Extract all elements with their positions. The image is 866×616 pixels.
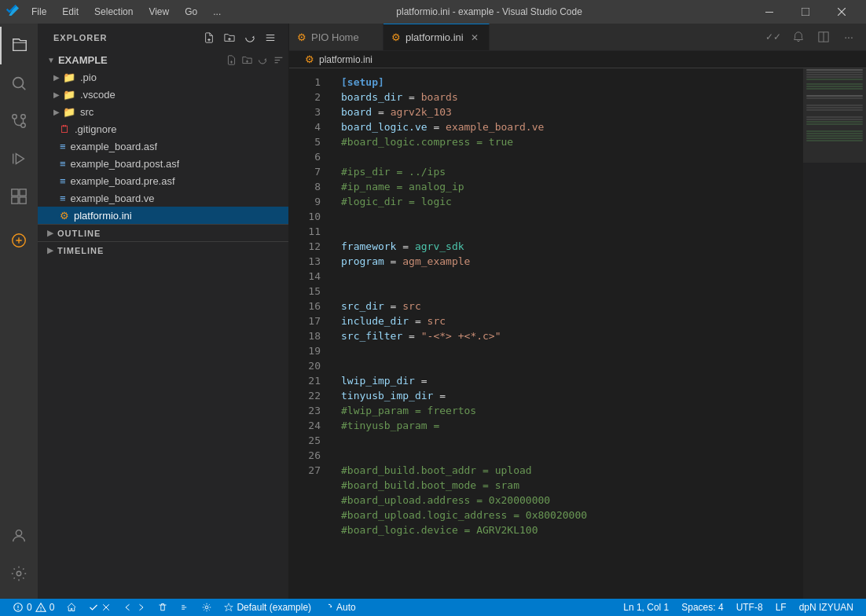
tree-item-asf2[interactable]: ≡ example_board.post.asf	[38, 155, 288, 172]
nav-arrows-status[interactable]	[117, 599, 152, 616]
outline-header[interactable]: ▶ OUTLINE	[38, 224, 288, 241]
activity-search[interactable]	[0, 64, 38, 102]
activity-run[interactable]	[0, 140, 38, 178]
tab-pio-home[interactable]: ⚙ PIO Home	[289, 24, 383, 50]
activity-settings[interactable]	[0, 555, 38, 592]
tree-item-gitignore[interactable]: 🗒 .gitignore	[38, 120, 288, 138]
code-content[interactable]: [setup] boards_dir = boards board = agrv…	[328, 68, 803, 599]
code-line-30: #board_upload.logic_address = 0x80020000	[341, 508, 803, 522]
auto-status[interactable]: Auto	[317, 599, 362, 616]
code-line-1: [setup]	[341, 75, 803, 90]
activity-explorer[interactable]	[0, 27, 38, 64]
statusbar: 0 0 Default (example) Auto Ln 1, Col 1 S…	[0, 599, 866, 616]
close-button[interactable]	[824, 0, 860, 24]
maximize-button[interactable]	[787, 0, 824, 24]
env-label: Default (example)	[237, 602, 311, 613]
minimap	[803, 68, 866, 599]
cursor-position-status[interactable]: Ln 1, Col 1	[617, 599, 675, 616]
minimap-content	[803, 69, 866, 599]
file-label: platformio.ini	[74, 210, 132, 222]
code-line-18: src_filter = "-<*> +<*.c>"	[341, 328, 803, 343]
tab-platformio-ini[interactable]: ⚙ platformio.ini ✕	[383, 24, 490, 50]
file-label: example_board.asf	[71, 141, 158, 152]
tree-item-asf3[interactable]: ≡ example_board.pre.asf	[38, 172, 288, 189]
new-file-button[interactable]	[200, 29, 218, 46]
activity-source-control[interactable]	[0, 102, 38, 140]
file-icon: ≡	[60, 158, 66, 170]
indentation-status[interactable]: Spaces: 4	[675, 599, 729, 616]
sort-project-btn[interactable]	[271, 53, 285, 67]
tab-close-button[interactable]: ✕	[468, 31, 481, 44]
tree-item-vscode[interactable]: ▶ 📁 .vscode	[38, 86, 288, 103]
menu-edit[interactable]: Edit	[56, 5, 85, 19]
line-ending-status[interactable]: LF	[769, 599, 793, 616]
svg-point-7	[21, 123, 26, 128]
layout-button[interactable]	[813, 26, 835, 48]
svg-marker-30	[264, 58, 266, 60]
config-status[interactable]	[196, 599, 218, 616]
titlebar-menu: File Edit Selection View Go ...	[25, 5, 227, 19]
tree-item-src[interactable]: ▶ 📁 src	[38, 103, 288, 120]
encoding-label: UTF-8	[736, 602, 763, 613]
pio-tab-icon2: ⚙	[391, 31, 401, 43]
code-editor[interactable]: 12345 678910 1112131415 1617181920 21222…	[289, 68, 866, 599]
svg-point-6	[13, 115, 17, 119]
code-line-22: tinyusb_imp_dir =	[341, 388, 803, 403]
sidebar-header: EXPLORER	[38, 24, 288, 51]
trash-status[interactable]	[152, 599, 174, 616]
activity-bar	[0, 24, 38, 599]
svg-point-38	[17, 609, 18, 610]
svg-rect-0	[765, 12, 773, 13]
collapse-all-button[interactable]	[262, 29, 279, 46]
code-line-29: #board_upload.address = 0x20000000	[341, 493, 803, 508]
tree-item-platformio[interactable]: ⚙ platformio.ini	[38, 207, 288, 224]
activity-extensions[interactable]	[0, 178, 38, 215]
home-status[interactable]	[61, 599, 83, 616]
menu-view[interactable]: View	[142, 5, 175, 19]
warnings-count: 0	[50, 602, 55, 613]
breadcrumb-path: platformio.ini	[319, 54, 372, 65]
svg-point-40	[40, 610, 41, 610]
svg-point-17	[17, 571, 21, 576]
code-line-23: #lwip_param = freertos	[341, 403, 803, 418]
svg-rect-14	[20, 197, 26, 204]
language-mode-status[interactable]: dpN IZYUAN	[793, 599, 860, 616]
minimize-button[interactable]	[751, 0, 787, 24]
notification-bell[interactable]	[787, 26, 809, 48]
timeline-header[interactable]: ▶ TIMELINE	[38, 241, 288, 258]
pio-tab-icon: ⚙	[297, 31, 306, 43]
menu-more[interactable]: ...	[207, 5, 227, 19]
project-header[interactable]: ▼ EXAMPLE	[38, 51, 288, 68]
activity-account[interactable]	[0, 517, 38, 555]
check-status[interactable]	[83, 599, 117, 616]
more-actions-button[interactable]: ···	[838, 26, 860, 48]
menu-selection[interactable]: Selection	[88, 5, 139, 19]
cursor-position-label: Ln 1, Col 1	[623, 602, 669, 613]
menu-file[interactable]: File	[25, 5, 53, 19]
errors-warnings-status[interactable]: 0 0	[6, 599, 61, 616]
menu-go[interactable]: Go	[178, 5, 204, 19]
new-folder-button[interactable]	[221, 29, 238, 46]
tab-pio-home-label: PIO Home	[311, 31, 359, 43]
new-file-project-btn[interactable]	[224, 53, 238, 67]
check-all-button[interactable]: ✓✓	[762, 26, 784, 48]
tree-item-pio[interactable]: ▶ 📁 .pio	[38, 68, 288, 86]
code-line-2: boards_dir = boards	[341, 90, 803, 104]
refresh-button[interactable]	[241, 29, 259, 46]
activity-platformio[interactable]	[0, 222, 38, 259]
line-ending-label: LF	[776, 602, 787, 613]
diff-status[interactable]	[174, 599, 196, 616]
code-line-5: #board_logic.compress = true	[341, 134, 803, 149]
refresh-project-btn[interactable]	[255, 53, 270, 67]
breadcrumb: ⚙ platformio.ini	[289, 51, 866, 68]
folder-label: src	[80, 106, 94, 118]
code-line-11	[341, 224, 803, 239]
tree-item-ve[interactable]: ≡ example_board.ve	[38, 189, 288, 207]
tree-item-asf1[interactable]: ≡ example_board.asf	[38, 138, 288, 155]
svg-marker-9	[16, 154, 24, 164]
env-status[interactable]: Default (example)	[218, 599, 317, 616]
encoding-status[interactable]: UTF-8	[730, 599, 769, 616]
new-folder-project-btn[interactable]	[240, 53, 254, 67]
code-line-25	[341, 433, 803, 448]
svg-rect-11	[12, 189, 18, 196]
